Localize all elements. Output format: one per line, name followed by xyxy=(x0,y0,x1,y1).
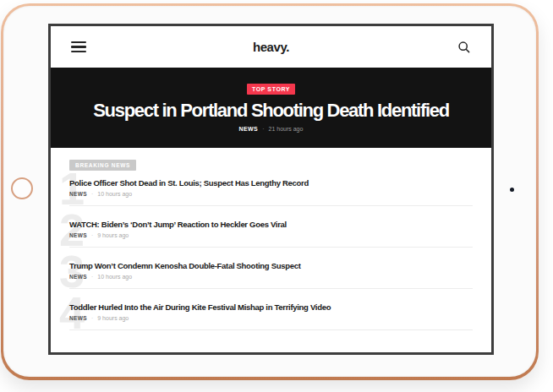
meta-separator: · xyxy=(262,126,264,132)
rank-number: 1 xyxy=(59,172,85,205)
hamburger-menu-icon[interactable] xyxy=(71,41,86,52)
news-category: NEWS xyxy=(69,232,87,238)
news-list-item: 3 Trump Won’t Condemn Kenosha Double-Fat… xyxy=(69,261,473,289)
news-timestamp: 10 hours ago xyxy=(97,274,132,280)
camera-icon xyxy=(510,188,514,192)
breaking-news-section: BREAKING NEWS 1 Police Officer Shot Dead… xyxy=(51,148,491,330)
meta-separator: · xyxy=(91,232,93,238)
news-list-item: 4 Toddler Hurled Into the Air During Kit… xyxy=(69,302,473,330)
news-meta: NEWS · 9 hours ago xyxy=(69,315,473,321)
news-meta: NEWS · 10 hours ago xyxy=(69,274,473,280)
meta-separator: · xyxy=(91,191,93,197)
news-headline[interactable]: WATCH: Biden’s ‘Don’t Jump’ Reaction to … xyxy=(69,220,473,230)
top-story-category: NEWS xyxy=(239,126,259,132)
news-headline[interactable]: Trump Won’t Condemn Kenosha Double-Fatal… xyxy=(69,261,473,271)
news-timestamp: 9 hours ago xyxy=(97,315,129,321)
top-story-badge: TOP STORY xyxy=(247,84,295,95)
tablet-screen: heavy. TOP STORY Suspect in Portland Sho… xyxy=(48,24,494,355)
news-timestamp: 10 hours ago xyxy=(97,191,132,197)
site-logo[interactable]: heavy. xyxy=(253,40,289,54)
top-story-headline[interactable]: Suspect in Portland Shooting Death Ident… xyxy=(93,100,449,122)
news-timestamp: 9 hours ago xyxy=(97,232,129,238)
news-list-item: 2 WATCH: Biden’s ‘Don’t Jump’ Reaction t… xyxy=(69,220,473,248)
news-list-item: 1 Police Officer Shot Dead in St. Louis;… xyxy=(69,178,473,206)
page-canvas: heavy. TOP STORY Suspect in Portland Sho… xyxy=(0,0,553,392)
news-headline[interactable]: Police Officer Shot Dead in St. Louis; S… xyxy=(69,178,473,188)
rank-number: 3 xyxy=(59,254,85,288)
news-category: NEWS xyxy=(69,274,87,280)
search-icon[interactable] xyxy=(457,40,471,54)
rank-number: 2 xyxy=(59,213,85,247)
top-story-timestamp: 21 hours ago xyxy=(269,126,304,132)
news-headline[interactable]: Toddler Hurled Into the Air During Kite … xyxy=(69,302,473,313)
news-meta: NEWS · 10 hours ago xyxy=(69,191,473,197)
home-button xyxy=(11,177,33,199)
rank-number: 4 xyxy=(59,296,85,329)
news-category: NEWS xyxy=(69,315,87,321)
site-header: heavy. xyxy=(51,26,491,68)
news-category: NEWS xyxy=(69,191,87,197)
news-meta: NEWS · 9 hours ago xyxy=(69,232,473,238)
top-story-hero: TOP STORY Suspect in Portland Shooting D… xyxy=(51,68,491,148)
meta-separator: · xyxy=(91,274,93,280)
meta-separator: · xyxy=(91,315,93,321)
top-story-meta: NEWS · 21 hours ago xyxy=(239,126,304,132)
